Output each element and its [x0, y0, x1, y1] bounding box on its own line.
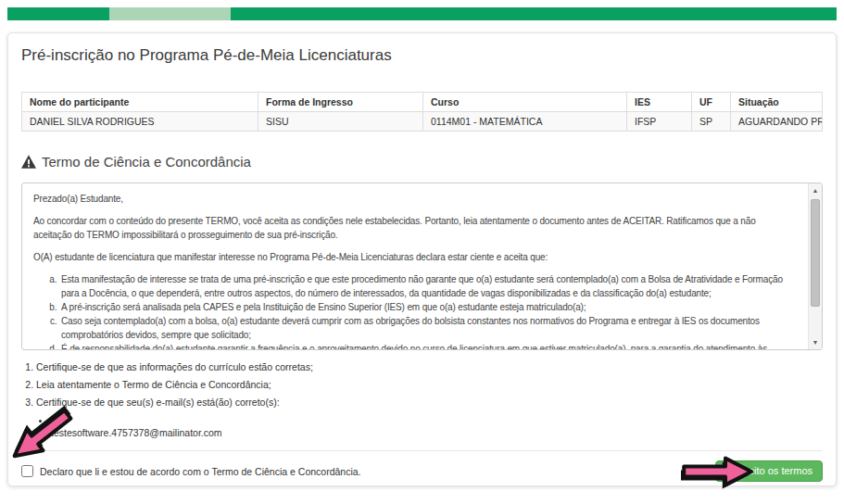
terms-section-heading: Termo de Ciência e Concordância — [21, 154, 823, 170]
instruction-item: Certifique-se de que seu(s) e-mail(s) es… — [36, 397, 823, 408]
cell-forma-ingresso: SISU — [258, 112, 423, 132]
instructions-list: Certifique-se de que as informações do c… — [21, 361, 823, 408]
col-header-uf: UF — [692, 93, 731, 112]
col-header-nome: Nome do participante — [22, 93, 258, 112]
terms-condition-item: É de responsabilidade do(a) estudante ga… — [59, 342, 795, 349]
arrow-right-icon: → — [724, 465, 734, 476]
table-header-row: Nome do participante Forma de Ingresso C… — [22, 93, 823, 112]
terms-condition-item: Esta manifestação de interesse se trata … — [59, 272, 795, 300]
agreement-checkbox[interactable] — [21, 465, 33, 477]
terms-scrollbar[interactable]: ▲ ▼ — [808, 183, 822, 349]
table-row: DANIEL SILVA RODRIGUES SISU 0114M01 - MA… — [22, 112, 823, 132]
col-header-curso: Curso — [423, 93, 627, 112]
warning-triangle-icon — [21, 155, 36, 169]
footer-divider — [21, 450, 823, 451]
cell-curso: 0114M01 - MATEMÁTICA — [423, 112, 627, 132]
emails-list: testesoftware.4757378@mailinator.com — [21, 414, 823, 438]
participant-table: Nome do participante Forma de Ingresso C… — [21, 92, 823, 132]
terms-scroll-box[interactable]: Prezado(a) Estudante, Ao concordar com o… — [21, 183, 823, 350]
col-header-situacao: Situação — [731, 93, 823, 112]
cell-nome: DANIEL SILVA RODRIGUES — [22, 112, 258, 132]
instruction-item: Certifique-se de que as informações do c… — [36, 361, 823, 372]
cell-situacao: AGUARDANDO PRÉ-INSCRIÇÃO — [731, 112, 823, 132]
cell-uf: SP — [692, 112, 731, 132]
col-header-ies: IES — [627, 93, 692, 112]
agreement-label-text: Declaro que li e estou de acordo com o T… — [40, 466, 361, 477]
terms-heading-label: Termo de Ciência e Concordância — [42, 154, 251, 170]
cell-ies: IFSP — [627, 112, 692, 132]
page-title: Pré-inscrição no Programa Pé-de-Meia Lic… — [21, 45, 823, 66]
progress-segment-remaining — [231, 7, 837, 20]
accept-terms-button[interactable]: → Aceito os termos — [715, 460, 823, 482]
terms-condition-item: Caso seja contemplado(a) com a bolsa, o(… — [59, 314, 795, 342]
terms-text: Prezado(a) Estudante, Ao concordar com o… — [22, 183, 808, 349]
scroll-down-icon[interactable]: ▼ — [809, 335, 822, 349]
progress-segment-current — [109, 7, 231, 20]
progress-segment-done — [7, 7, 109, 20]
scrollbar-thumb[interactable] — [811, 199, 820, 307]
terms-greeting: Prezado(a) Estudante, — [33, 192, 795, 206]
progress-bar — [7, 7, 837, 20]
terms-condition-item: A pré-inscrição será analisada pela CAPE… — [59, 300, 795, 314]
terms-aware-intro: O(A) estudante de licenciatura que manif… — [33, 250, 795, 264]
col-header-forma-ingresso: Forma de Ingresso — [258, 93, 423, 112]
terms-conditions-list: Esta manifestação de interesse se trata … — [33, 272, 795, 349]
terms-intro: Ao concordar com o conteúdo do presente … — [33, 214, 795, 242]
pre-registration-card: Pré-inscrição no Programa Pé-de-Meia Lic… — [7, 32, 837, 486]
instruction-item: Leia atentamente o Termo de Ciência e Co… — [36, 379, 823, 390]
email-item: testesoftware.4757378@mailinator.com — [51, 427, 823, 438]
accept-terms-button-label: Aceito os termos — [737, 465, 813, 476]
scroll-up-icon[interactable]: ▲ — [809, 183, 822, 197]
agreement-label[interactable]: Declaro que li e estou de acordo com o T… — [21, 465, 361, 477]
email-item-empty — [51, 414, 823, 425]
footer-row: Declaro que li e estou de acordo com o T… — [21, 460, 823, 482]
